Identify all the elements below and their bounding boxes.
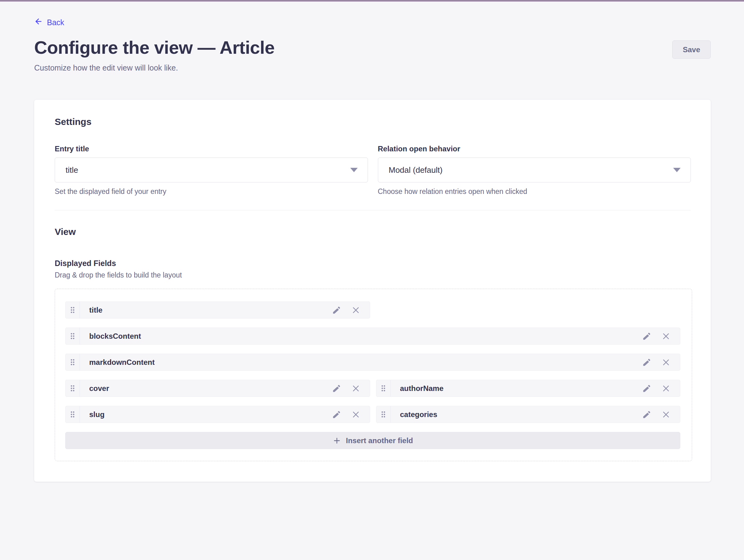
displayed-fields-hint: Drag & drop the fields to build the layo… (55, 271, 691, 279)
field-card-title[interactable]: title (65, 301, 370, 319)
field-name: slug (89, 410, 332, 419)
field-name: cover (89, 384, 332, 393)
field-layout-row: markdownContent (65, 353, 680, 371)
edit-field-button[interactable] (642, 332, 652, 341)
relation-behavior-value: Modal (default) (389, 165, 443, 175)
close-icon (351, 415, 361, 420)
edit-field-button[interactable] (332, 384, 341, 393)
drag-handle-icon[interactable] (66, 302, 80, 318)
settings-form: Entry title title Set the displayed fiel… (55, 145, 691, 196)
field-layout-row: title (65, 301, 680, 319)
pencil-icon (332, 415, 341, 420)
remove-field-button[interactable] (351, 384, 361, 393)
remove-field-button[interactable] (661, 358, 671, 367)
pencil-icon (332, 311, 341, 316)
plus-icon (333, 436, 341, 445)
configure-view-page: Back Save Configure the view — Article C… (34, 2, 711, 482)
page-subtitle: Customize how the edit view will look li… (34, 63, 711, 72)
close-icon (351, 389, 361, 394)
displayed-fields-title: Displayed Fields (55, 259, 691, 268)
caret-down-icon (350, 168, 358, 172)
edit-field-button[interactable] (642, 384, 652, 393)
close-icon (661, 389, 671, 394)
entry-title-label: Entry title (55, 145, 368, 153)
pencil-icon (332, 389, 341, 394)
close-icon (661, 415, 671, 420)
entry-title-value: title (66, 165, 78, 175)
entry-title-field: Entry title title Set the displayed fiel… (55, 145, 368, 196)
relation-behavior-hint: Choose how relation entries open when cl… (378, 187, 691, 196)
edit-field-button[interactable] (642, 358, 652, 367)
field-name: markdownContent (89, 358, 642, 367)
remove-field-button[interactable] (351, 410, 361, 419)
field-card-authorName[interactable]: authorName (376, 380, 680, 397)
fields-dropzone: title blocksContent (55, 289, 692, 461)
arrow-left-icon (34, 17, 43, 28)
drag-handle-icon[interactable] (66, 354, 80, 370)
field-layout-row: blocksContent (65, 328, 680, 345)
remove-field-button[interactable] (661, 332, 671, 341)
insert-field-button[interactable]: Insert another field (65, 432, 680, 449)
drag-handle-icon[interactable] (66, 380, 80, 397)
drag-handle-icon[interactable] (66, 406, 80, 423)
drag-handle-icon[interactable] (376, 380, 390, 397)
relation-behavior-field: Relation open behavior Modal (default) C… (378, 145, 691, 196)
section-divider (55, 210, 691, 211)
configuration-card: Settings Entry title title Set the displ… (34, 100, 711, 482)
remove-field-button[interactable] (661, 410, 671, 419)
pencil-icon (642, 363, 652, 368)
field-name: blocksContent (89, 332, 642, 341)
close-icon (351, 311, 361, 316)
field-card-categories[interactable]: categories (376, 406, 680, 423)
field-card-markdownContent[interactable]: markdownContent (65, 353, 680, 371)
field-layout-row: cover authorName (65, 380, 680, 397)
insert-field-label: Insert another field (346, 436, 413, 445)
field-card-cover[interactable]: cover (65, 380, 370, 397)
remove-field-button[interactable] (661, 384, 671, 393)
settings-heading: Settings (55, 116, 691, 127)
entry-title-hint: Set the displayed field of your entry (55, 187, 368, 196)
field-name: categories (400, 410, 642, 419)
field-name: authorName (400, 384, 642, 393)
edit-field-button[interactable] (332, 305, 341, 315)
field-card-blocksContent[interactable]: blocksContent (65, 328, 680, 345)
pencil-icon (642, 389, 652, 394)
page-title: Configure the view — Article (34, 37, 711, 58)
close-icon (661, 337, 671, 342)
save-button[interactable]: Save (672, 40, 711, 59)
pencil-icon (642, 415, 652, 420)
relation-behavior-label: Relation open behavior (378, 145, 691, 153)
back-label: Back (47, 18, 64, 27)
pencil-icon (642, 337, 652, 342)
remove-field-button[interactable] (351, 305, 361, 315)
entry-title-select[interactable]: title (55, 157, 368, 182)
close-icon (661, 363, 671, 368)
drag-handle-icon[interactable] (376, 406, 390, 423)
back-link[interactable]: Back (34, 17, 64, 28)
edit-field-button[interactable] (642, 410, 652, 419)
relation-behavior-select[interactable]: Modal (default) (378, 157, 691, 182)
field-layout-row: slug categories (65, 406, 680, 423)
caret-down-icon (673, 168, 681, 172)
field-card-slug[interactable]: slug (65, 406, 370, 423)
edit-field-button[interactable] (332, 410, 341, 419)
field-name: title (89, 306, 332, 314)
drag-handle-icon[interactable] (66, 328, 80, 344)
view-heading: View (55, 227, 691, 237)
